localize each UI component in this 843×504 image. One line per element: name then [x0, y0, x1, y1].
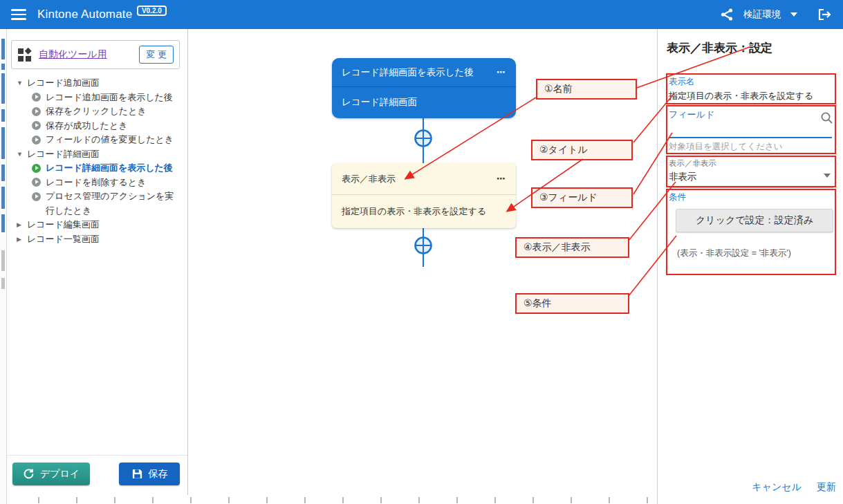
expand-arrow-icon[interactable]: ▶ — [17, 218, 24, 232]
highlight-box-field — [666, 105, 836, 154]
event-icon — [32, 136, 41, 144]
add-step-icon[interactable] — [414, 129, 433, 148]
annotation-box-visibility: ④表示／非表示 — [515, 237, 629, 258]
panel-title: 表示／非表示：設定 — [667, 40, 772, 56]
annotation-box-name: ①名前 — [536, 79, 637, 100]
floppy-disk-icon — [131, 468, 143, 480]
annotation-box-condition: ⑤条件 — [515, 293, 629, 314]
event-tree: ▼レコード追加画面 レコード追加画面を表示した後 保存をクリックしたとき 保存が… — [7, 76, 185, 246]
environment-caret-icon[interactable] — [790, 12, 797, 17]
annotation-box-field: ③フィールド — [531, 187, 633, 208]
app-blocks-icon — [17, 48, 32, 62]
node-menu-icon[interactable]: ⋯ — [497, 67, 506, 77]
collapse-arrow-icon[interactable]: ▼ — [17, 76, 24, 91]
tree-event[interactable]: プロセス管理のアクションを実行したとき — [7, 189, 185, 218]
event-icon — [32, 192, 41, 201]
sidebar: 自動化ツール用 変 更 ▼レコード追加画面 レコード追加画面を表示した後 保存を… — [7, 29, 188, 495]
tree-event-selected[interactable]: レコード詳細画面を表示した後 — [7, 161, 185, 176]
highlight-box-visibility — [666, 156, 836, 187]
top-bar: Kintone Automate V0.2.0 検証環境 — [0, 0, 843, 29]
tree-event[interactable]: 保存が成功したとき — [7, 119, 185, 133]
change-app-button[interactable]: 変 更 — [139, 46, 174, 64]
app-selector: 自動化ツール用 変 更 — [11, 40, 180, 69]
flow-node-trigger[interactable]: レコード詳細画面を表示した後 ⋯ レコード詳細画面 — [332, 58, 516, 118]
save-button-label: 保存 — [149, 468, 168, 480]
tree-event[interactable]: フィールドの値を変更したとき — [7, 133, 185, 147]
environment-label[interactable]: 検証環境 — [743, 8, 781, 21]
settings-panel: 表示／非表示：設定 表示名 指定項目の表示・非表示を設定する フィールド 対象項… — [657, 29, 843, 504]
deploy-button-label: デプロイ — [40, 468, 80, 480]
refresh-icon — [23, 468, 35, 480]
share-icon[interactable] — [720, 8, 734, 21]
app-title: Kintone Automate — [37, 8, 132, 21]
version-badge: V0.2.0 — [137, 6, 167, 16]
app-window: Kintone Automate V0.2.0 検証環境 — [0, 0, 843, 504]
event-icon — [32, 121, 41, 130]
node-title: 表示／非表示 — [342, 173, 396, 185]
event-icon — [32, 107, 41, 116]
annotation-box-title: ②タイトル — [531, 140, 633, 160]
tree-event[interactable]: 保存をクリックしたとき — [7, 104, 185, 119]
tree-event[interactable]: レコードを削除するとき — [7, 176, 185, 190]
flow-node-action[interactable]: 表示／非表示 ⋯ 指定項目の表示・非表示を設定する — [332, 163, 516, 228]
collapse-arrow-icon[interactable]: ▼ — [17, 147, 24, 162]
tree-event[interactable]: レコード追加画面を表示した後 — [7, 91, 185, 105]
highlight-box-condition — [666, 189, 836, 275]
app-name-link[interactable]: 自動化ツール用 — [39, 48, 107, 61]
highlight-box-display-name — [666, 73, 836, 104]
logout-icon[interactable] — [817, 8, 832, 21]
tree-group-record-list[interactable]: ▶レコード一覧画面 — [7, 232, 185, 247]
node-title: レコード詳細画面を表示した後 — [342, 66, 474, 79]
event-icon — [32, 178, 41, 187]
page-thumbnail-strip — [0, 29, 7, 504]
deploy-button[interactable]: デプロイ — [12, 463, 90, 485]
add-step-icon[interactable] — [414, 236, 433, 255]
tree-group-record-detail[interactable]: ▼レコード詳細画面 — [7, 147, 185, 162]
event-icon — [32, 93, 41, 102]
expand-arrow-icon[interactable]: ▶ — [17, 232, 24, 247]
save-button[interactable]: 保存 — [119, 463, 180, 485]
update-link[interactable]: 更新 — [817, 481, 836, 494]
node-subtitle: 指定項目の表示・非表示を設定する — [342, 205, 486, 218]
node-menu-icon[interactable]: ⋯ — [497, 174, 506, 184]
tree-group-record-edit[interactable]: ▶レコード編集画面 — [7, 218, 185, 232]
tree-group-record-add[interactable]: ▼レコード追加画面 — [7, 76, 185, 91]
node-subtitle: レコード詳細画面 — [342, 96, 417, 109]
hamburger-menu-icon[interactable] — [11, 9, 26, 20]
event-icon-active — [32, 164, 41, 173]
sidebar-footer: デプロイ 保存 — [7, 455, 187, 491]
cancel-link[interactable]: キャンセル — [752, 481, 802, 494]
